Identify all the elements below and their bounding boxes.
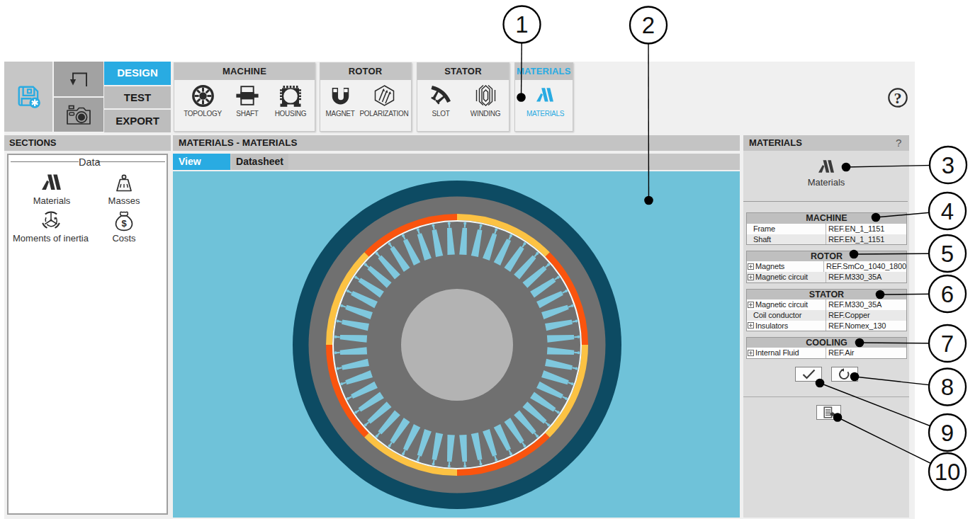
svg-text:10: 10 [935,459,961,485]
svg-text:4: 4 [941,198,954,224]
svg-text:9: 9 [941,420,954,446]
svg-text:8: 8 [941,374,954,400]
svg-text:7: 7 [941,331,954,357]
svg-text:$: $ [121,218,127,229]
svg-text:?: ? [894,89,902,107]
svg-text:6: 6 [941,281,954,307]
svg-text:1: 1 [515,11,528,38]
svg-text:2: 2 [642,12,655,38]
svg-text:5: 5 [941,241,954,267]
svg-text:3: 3 [942,152,954,178]
